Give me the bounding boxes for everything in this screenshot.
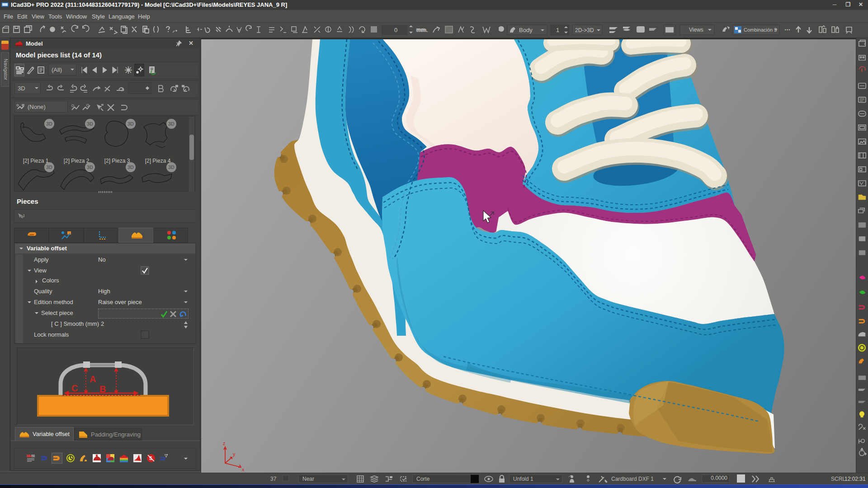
svg-text:C: C <box>71 383 78 393</box>
svg-text:2D->3D: 2D->3D <box>575 27 594 33</box>
svg-text:⋯: ⋯ <box>784 26 790 33</box>
svg-text:mm.: mm. <box>417 27 428 33</box>
svg-text:z: z <box>223 441 226 446</box>
svg-text:B: B <box>99 384 106 394</box>
svg-text:x: x <box>242 467 245 472</box>
svg-text:A: A <box>90 374 96 384</box>
svg-text:Body: Body <box>519 27 533 33</box>
svg-text:0: 0 <box>394 27 397 33</box>
svg-text:Views: Views <box>689 27 703 33</box>
svg-text:Combinación 3: Combinación 3 <box>744 27 777 33</box>
svg-text:y: y <box>233 451 236 457</box>
svg-text:1: 1 <box>556 27 559 33</box>
